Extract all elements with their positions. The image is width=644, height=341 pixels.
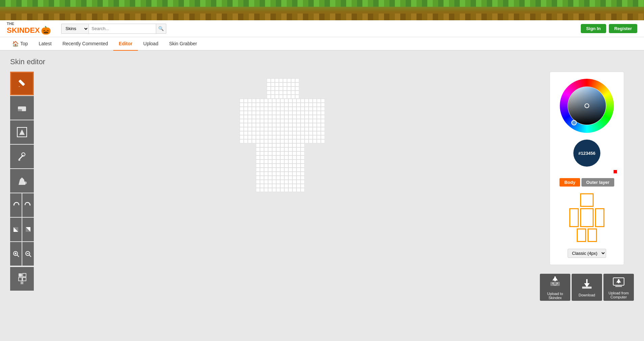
search-input[interactable] [89,24,156,34]
tool-shade-light[interactable] [22,218,34,241]
svg-rect-44 [618,279,619,283]
download-button[interactable]: Download [572,274,602,301]
upload-to-skindex-button[interactable]: Upload toSkindex [540,274,570,301]
body-layer-button[interactable]: Body [559,178,580,187]
register-button[interactable]: Register [609,24,637,33]
color-wheel-container[interactable] [560,79,614,133]
tool-undo[interactable] [10,193,22,217]
skin-canvas[interactable] [223,78,351,247]
logo-small-text: THE [7,22,51,26]
color-picker-panel: #123456 Body Outer layer [550,72,624,265]
undo-icon [12,201,20,209]
svg-rect-25 [23,273,26,277]
svg-marker-9 [19,177,25,185]
skin-torso-part[interactable] [580,208,594,227]
skin-legs-row [577,228,597,242]
tool-zoom-in[interactable] [10,242,22,266]
tool-fill-eraser[interactable] [10,120,34,144]
grid-toggle-icon [17,273,27,285]
nav-item-latest[interactable]: Latest [33,37,57,51]
skin-size-select[interactable]: Classic (4px) Slim (3px) [568,249,606,258]
search-type-select[interactable]: Skins Players [61,24,89,34]
nav-label-skin-grabber: Skin Grabber [169,41,197,46]
fill-eraser-icon [17,127,27,138]
skin-body-row [569,208,604,227]
shade-dark-icon [12,226,20,233]
svg-rect-40 [586,279,588,284]
svg-marker-1 [19,86,20,87]
nav-item-top[interactable]: 🏠 Top [7,37,33,51]
tool-fill[interactable] [10,169,34,193]
logo-main-text: SKINDEX [7,27,40,34]
svg-rect-42 [615,286,622,287]
top-nav: THE SKINDEX 🎃 Skins Players 🔍 Sign In Re… [0,20,644,37]
skin-left-leg-part[interactable] [577,228,586,242]
pencil-icon [17,78,27,89]
tool-eyedropper[interactable] [10,145,34,168]
skin-right-leg-part[interactable] [588,228,597,242]
tool-grid-toggle[interactable] [10,267,34,291]
tool-redo[interactable] [22,193,34,217]
right-panel: #123456 Body Outer layer [540,72,634,301]
zoom-out-icon [24,250,32,258]
svg-rect-28 [21,282,23,284]
nav-item-upload[interactable]: Upload [138,37,164,51]
nav-label-recently-commented: Recently Commented [63,41,108,46]
shade-row [10,218,34,241]
svg-rect-0 [18,79,25,86]
shade-light-icon [24,226,32,233]
tools-panel [10,72,34,291]
upload-to-skindex-label: Upload toSkindex [547,292,563,300]
svg-point-36 [552,283,554,284]
nav-label-top: Top [20,41,28,46]
page-title: Skin editor [10,57,634,66]
zoom-row [10,242,34,266]
fill-icon [17,175,27,186]
skin-parts [569,193,604,242]
svg-point-10 [24,181,27,184]
tool-pencil[interactable] [10,72,34,95]
search-icon: 🔍 [158,26,164,31]
nav-label-editor: Editor [119,41,132,46]
tool-zoom-out[interactable] [22,242,34,266]
zoom-in-icon [12,250,20,258]
eraser-icon [17,103,27,113]
upload-to-skindex-icon [549,275,561,290]
signin-button[interactable]: Sign In [581,24,606,33]
nav-label-latest: Latest [39,41,52,46]
skin-right-arm-part[interactable] [595,208,604,227]
nav-bar: 🏠 Top Latest Recently Commented Editor U… [0,37,644,51]
layer-buttons: Body Outer layer [559,178,614,187]
size-selector: Classic (4px) Slim (3px) [568,249,606,258]
nav-item-skin-grabber[interactable]: Skin Grabber [164,37,202,51]
auth-buttons: Sign In Register [581,24,637,33]
logo[interactable]: THE SKINDEX 🎃 [7,22,51,35]
skin-head-part[interactable] [580,193,594,207]
header-banner [0,0,644,20]
download-label: Download [579,293,595,297]
logo-pumpkin-icon: 🎃 [41,26,51,35]
tool-shade-dark[interactable] [10,218,22,241]
tool-eraser[interactable] [10,96,34,120]
svg-line-22 [29,255,31,257]
outer-layer-button[interactable]: Outer layer [581,178,614,187]
svg-rect-35 [554,276,556,281]
undo-redo-row [10,193,34,217]
svg-marker-5 [19,129,25,135]
skin-diagram [569,193,604,242]
download-svg [581,278,593,290]
upload-from-computer-button[interactable]: Upload fromComputer [603,274,634,301]
nav-item-editor[interactable]: Editor [113,37,138,51]
upload-computer-svg [613,276,625,288]
search-button[interactable]: 🔍 [156,24,166,34]
color-hex-value: #123456 [578,151,596,156]
svg-point-32 [572,120,576,125]
nav-label-upload: Upload [143,41,158,46]
skin-left-arm-part[interactable] [569,208,579,227]
upload-from-computer-label: Upload fromComputer [609,291,629,299]
redo-icon [24,201,32,209]
search-area: Skins Players 🔍 [61,24,166,34]
nav-item-recently-commented[interactable]: Recently Commented [57,37,114,51]
canvas-area [34,72,540,254]
color-display[interactable]: #123456 [573,140,600,167]
